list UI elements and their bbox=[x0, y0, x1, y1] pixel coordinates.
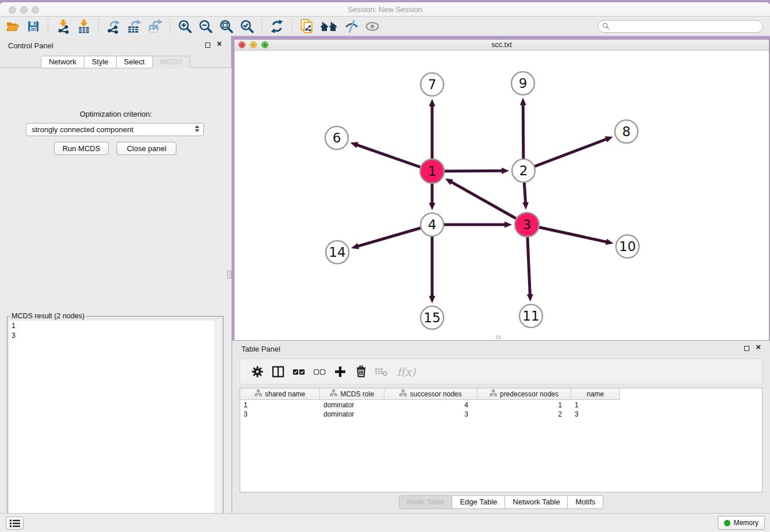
table-tab-network-table[interactable]: Network Table bbox=[505, 495, 568, 509]
home-views-icon[interactable] bbox=[319, 18, 340, 34]
tab-mcds[interactable]: MCDS bbox=[152, 56, 190, 68]
tab-style[interactable]: Style bbox=[84, 56, 117, 68]
main-toolbar bbox=[0, 17, 770, 36]
memory-button[interactable]: Memory bbox=[718, 516, 765, 530]
search-input[interactable] bbox=[598, 20, 763, 33]
memory-status-icon bbox=[724, 520, 730, 526]
run-mcds-button[interactable]: Run MCDS bbox=[54, 142, 109, 155]
export-network-icon[interactable] bbox=[105, 18, 122, 34]
search-icon bbox=[602, 22, 610, 30]
format-columns-icon[interactable] bbox=[271, 364, 286, 379]
table-panel-tabs: Node TableEdge TableNetwork TableMotifs bbox=[232, 495, 770, 509]
table-panel-close-icon[interactable]: × bbox=[756, 342, 761, 352]
control-panel-title: Control Panel bbox=[8, 41, 53, 50]
settings-icon[interactable] bbox=[250, 364, 265, 379]
zoom-in-icon[interactable] bbox=[176, 18, 194, 34]
optimization-criterion-select[interactable]: strongly connected component bbox=[26, 123, 204, 136]
graph-node-label-6: 6 bbox=[333, 130, 341, 145]
edge-arrowhead bbox=[429, 99, 436, 106]
graph-node-label-3: 3 bbox=[523, 217, 532, 232]
zoom-selected-icon[interactable] bbox=[238, 18, 256, 34]
sort-hierarchy-icon bbox=[255, 390, 262, 398]
task-history-button[interactable] bbox=[6, 516, 24, 530]
column-header-predecessor-nodes[interactable]: predecessor nodes bbox=[478, 388, 571, 400]
add-column-icon[interactable] bbox=[333, 364, 348, 379]
hide-graphics-icon[interactable] bbox=[343, 18, 360, 34]
close-panel-button[interactable]: Close panel bbox=[117, 142, 176, 155]
network-window-titlebar: × − + scc.txt bbox=[234, 40, 769, 51]
sort-hierarchy-icon bbox=[490, 390, 497, 398]
control-panel-tabs: NetworkStyleSelectMCDS bbox=[0, 56, 231, 68]
column-header-MCDS-role[interactable]: MCDS role bbox=[320, 388, 384, 400]
network-view-window: × − + scc.txt 7968124314101511 bbox=[234, 39, 769, 341]
table-toolbar: f(x) bbox=[240, 358, 763, 384]
panel-split-grip[interactable] bbox=[227, 271, 232, 279]
memory-label: Memory bbox=[734, 519, 759, 527]
result-scrollbar[interactable] bbox=[214, 321, 221, 527]
node-table[interactable]: shared nameMCDS rolesuccessor nodesprede… bbox=[240, 388, 763, 492]
network-canvas[interactable]: 7968124314101511 bbox=[234, 51, 769, 340]
tab-network[interactable]: Network bbox=[41, 56, 84, 68]
deselect-all-icon[interactable] bbox=[312, 364, 327, 379]
application-window: Session: New Session bbox=[0, 0, 770, 532]
refresh-icon[interactable] bbox=[268, 18, 286, 34]
edge-arrowhead bbox=[502, 168, 509, 174]
table-panel-float-icon[interactable] bbox=[744, 346, 749, 351]
delete-column-icon[interactable] bbox=[353, 364, 368, 379]
table-tab-edge-table[interactable]: Edge Table bbox=[452, 495, 505, 509]
graph-node-label-8: 8 bbox=[622, 124, 631, 139]
import-network-icon[interactable] bbox=[55, 18, 72, 34]
status-bar: Memory bbox=[0, 513, 770, 532]
graph-node-label-1: 1 bbox=[428, 164, 437, 179]
table-cell: 4 bbox=[384, 400, 478, 410]
export-image-icon[interactable] bbox=[147, 18, 164, 34]
column-header-shared-name[interactable]: shared name bbox=[240, 388, 320, 400]
edge-arrowhead bbox=[520, 98, 526, 105]
table-tab-node-table[interactable]: Node Table bbox=[399, 495, 453, 509]
delete-table-icon[interactable] bbox=[374, 364, 389, 379]
export-table-icon[interactable] bbox=[126, 18, 143, 34]
edge-arrowhead bbox=[527, 294, 533, 302]
column-header-label: name bbox=[587, 390, 604, 398]
control-panel-float-icon[interactable] bbox=[205, 43, 210, 48]
save-session-icon[interactable] bbox=[25, 18, 42, 34]
search-box bbox=[598, 20, 763, 33]
edge-arrowhead bbox=[351, 243, 359, 249]
select-stepper-icon bbox=[195, 125, 199, 132]
table-panel: Table Panel × bbox=[232, 341, 770, 513]
mcds-result-area[interactable]: 1 3 bbox=[9, 321, 221, 527]
edge-arrowhead bbox=[351, 142, 359, 148]
import-table-icon[interactable] bbox=[75, 18, 93, 34]
column-header-name[interactable]: name bbox=[571, 388, 620, 400]
window-titlebar: Session: New Session bbox=[0, 2, 770, 17]
graph-node-label-4: 4 bbox=[428, 217, 437, 232]
apply-function-icon[interactable]: f(x) bbox=[395, 364, 418, 379]
edge-arrowhead bbox=[429, 296, 436, 303]
edge-2-8[interactable] bbox=[523, 139, 607, 171]
table-tab-motifs[interactable]: Motifs bbox=[567, 495, 603, 509]
edge-3-1[interactable] bbox=[451, 182, 527, 225]
control-panel-close-icon[interactable]: × bbox=[217, 38, 222, 49]
clone-network-icon[interactable] bbox=[298, 18, 315, 34]
table-row[interactable]: 1dominator411 bbox=[240, 400, 620, 410]
edge-arrowhead bbox=[429, 203, 436, 210]
network-graph: 7968124314101511 bbox=[234, 51, 769, 340]
open-folder-icon[interactable] bbox=[4, 18, 21, 34]
show-graphics-icon[interactable] bbox=[364, 18, 381, 34]
graph-node-label-11: 11 bbox=[522, 309, 539, 323]
column-header-successor-nodes[interactable]: successor nodes bbox=[384, 388, 478, 400]
toolbar-separator bbox=[48, 19, 49, 34]
table-row[interactable]: 3dominator323 bbox=[240, 410, 620, 419]
optimization-criterion-value: strongly connected component bbox=[32, 125, 133, 134]
canvas-grip[interactable] bbox=[496, 336, 501, 339]
zoom-fit-icon[interactable] bbox=[218, 18, 235, 34]
edge-arrowhead bbox=[505, 222, 512, 228]
zoom-out-icon[interactable] bbox=[197, 18, 214, 34]
toolbar-separator bbox=[261, 19, 263, 34]
edge-arrowhead bbox=[606, 239, 614, 245]
graph-node-label-2: 2 bbox=[519, 163, 528, 178]
tab-select[interactable]: Select bbox=[116, 56, 153, 68]
node-table-header: shared nameMCDS rolesuccessor nodesprede… bbox=[240, 388, 620, 400]
select-all-icon[interactable] bbox=[291, 364, 306, 379]
toolbar-separator bbox=[170, 19, 171, 34]
